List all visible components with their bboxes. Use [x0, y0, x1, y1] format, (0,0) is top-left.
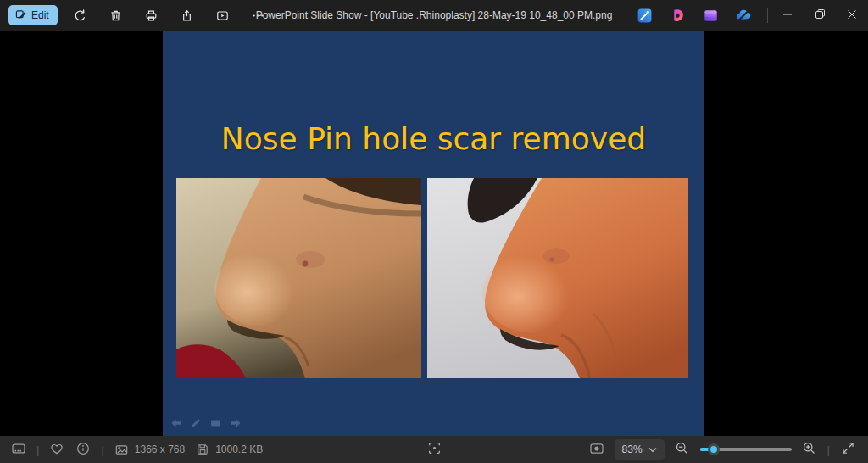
ai-enhance-icon	[637, 8, 653, 24]
window-title: PowerPoint Slide Show - [YouTube .Rhinop…	[256, 0, 613, 31]
toolbar-left: Edit	[0, 3, 271, 27]
share-icon	[180, 8, 194, 23]
favorite-icon	[49, 441, 64, 459]
print-button[interactable]	[139, 3, 164, 27]
statusbar-separator: |	[36, 443, 39, 456]
zoom-slider-handle[interactable]	[708, 443, 720, 455]
statusbar: | |	[0, 436, 868, 463]
restore-icon	[815, 8, 826, 23]
titlebar-separator	[767, 8, 768, 23]
statusbar-separator: |	[827, 443, 830, 456]
background-toggle-icon	[589, 441, 604, 459]
filmstrip-button[interactable]	[10, 441, 27, 458]
zoom-in-button[interactable]	[801, 441, 818, 458]
gallery-icon	[703, 8, 719, 24]
zoom-slider[interactable]	[700, 443, 792, 455]
slides-menu-icon[interactable]	[209, 417, 222, 429]
slideshow-button[interactable]	[210, 3, 236, 27]
zoom-out-button[interactable]	[674, 441, 691, 458]
zoom-fit-icon	[427, 441, 442, 458]
image-dimensions-value: 1366 x 768	[135, 443, 185, 455]
chevron-down-icon	[648, 443, 657, 455]
photos-app-window: Edit	[0, 0, 868, 463]
statusbar-center	[426, 441, 442, 458]
cloud-offline-button[interactable]	[733, 3, 754, 27]
zoom-fit-button[interactable]	[426, 441, 442, 458]
titlebar: Edit	[0, 0, 868, 31]
pen-icon[interactable]	[189, 417, 203, 429]
statusbar-right: 83%	[588, 436, 868, 463]
titlebar-right	[634, 0, 868, 31]
zoom-in-icon	[802, 441, 816, 458]
titlebar-feature-icons	[634, 3, 754, 27]
delete-icon	[108, 8, 123, 23]
after-photo	[427, 178, 688, 378]
designer-icon	[670, 8, 686, 24]
rotate-button[interactable]	[68, 3, 93, 27]
image-dimensions-icon	[114, 441, 131, 458]
rotate-icon	[73, 8, 87, 23]
slideshow-icon	[215, 8, 230, 23]
ai-enhance-button[interactable]	[634, 3, 654, 27]
gallery-button[interactable]	[700, 3, 721, 27]
image-viewer-canvas[interactable]: Nose Pin hole scar removed	[0, 31, 868, 436]
edit-pencil-icon	[14, 8, 27, 23]
statusbar-separator: |	[101, 443, 103, 456]
share-button[interactable]	[175, 3, 200, 27]
file-size: 1000.2 KB	[194, 441, 263, 458]
cloud-offline-icon	[735, 7, 752, 24]
close-button[interactable]	[836, 0, 868, 31]
file-size-value: 1000.2 KB	[215, 443, 263, 455]
minimize-button[interactable]	[771, 0, 804, 31]
zoom-level-dropdown[interactable]: 83%	[615, 439, 665, 460]
prev-slide-icon[interactable]	[170, 417, 183, 429]
minimize-icon	[782, 8, 793, 23]
restore-button[interactable]	[804, 0, 836, 31]
fullscreen-button[interactable]	[839, 441, 856, 458]
next-slide-icon[interactable]	[228, 417, 242, 429]
slide-title: Nose Pin hole scar removed	[163, 121, 704, 156]
displayed-image-slide: Nose Pin hole scar removed	[163, 31, 704, 436]
image-dimensions: 1366 x 768	[114, 441, 185, 458]
print-icon	[144, 8, 159, 23]
favorite-button[interactable]	[48, 441, 65, 458]
edit-button[interactable]: Edit	[8, 5, 58, 25]
background-toggle-button[interactable]	[588, 441, 605, 458]
before-photo	[176, 178, 421, 378]
statusbar-left: | |	[0, 441, 263, 458]
filmstrip-icon	[11, 441, 26, 459]
designer-button[interactable]	[667, 3, 687, 27]
info-button[interactable]	[75, 441, 92, 458]
delete-button[interactable]	[103, 3, 129, 27]
zoom-out-icon	[675, 441, 689, 458]
fullscreen-icon	[841, 441, 855, 458]
file-size-icon	[194, 441, 211, 458]
edit-button-label: Edit	[31, 9, 49, 21]
close-icon	[847, 8, 857, 23]
zoom-level-value: 83%	[622, 443, 643, 455]
info-icon	[75, 441, 91, 459]
slideshow-nav-controls	[170, 417, 242, 429]
